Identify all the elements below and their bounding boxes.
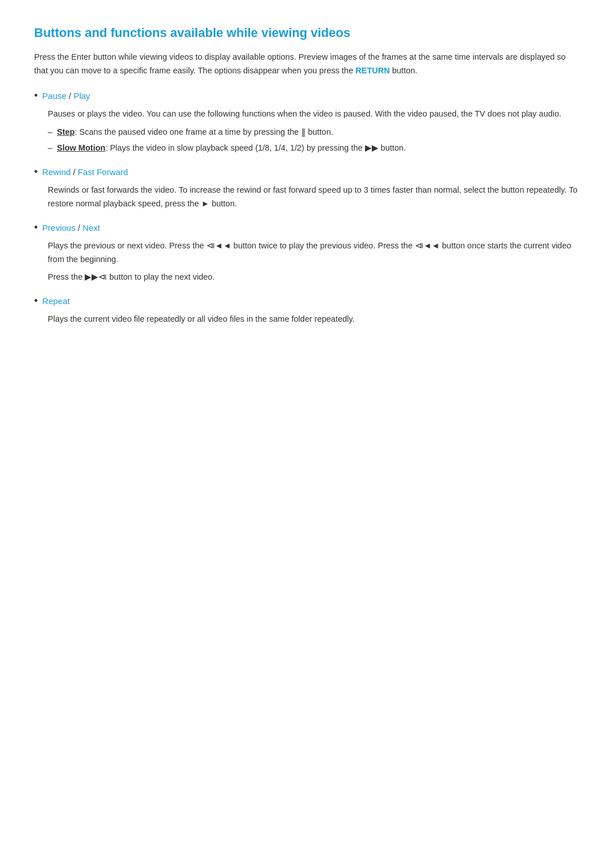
item-title-rewind-fastforward: Rewind / Fast Forward <box>42 165 128 179</box>
list-item-pause-play: •Pause / PlayPauses or plays the video. … <box>34 89 580 155</box>
item-title-repeat: Repeat <box>42 294 69 308</box>
title-part2-previous-next: Next <box>82 223 100 232</box>
title-part1-rewind-fastforward: Rewind <box>42 167 70 177</box>
sub-item-pause-play-1: Slow Motion: Plays the video in slow pla… <box>48 142 580 155</box>
title-part1-previous-next: Previous <box>42 223 75 232</box>
bullet-dot-repeat: • <box>34 294 38 308</box>
return-keyword: RETURN <box>355 66 389 75</box>
intro-paragraph: Press the Enter button while viewing vid… <box>34 51 580 78</box>
title-separator-previous-next: / <box>76 223 83 232</box>
bullet-dot-previous-next: • <box>34 221 38 234</box>
item-description-rewind-fastforward: Rewinds or fast forwards the video. To i… <box>34 184 580 211</box>
extra-para-previous-next: Press the ▶▶⧏ button to play the next vi… <box>34 271 580 284</box>
intro-text-after: button. <box>390 66 417 75</box>
page-title: Buttons and functions available while vi… <box>34 23 580 43</box>
intro-text-before: Press the Enter button while viewing vid… <box>34 52 566 75</box>
item-description-repeat: Plays the current video file repeatedly … <box>34 313 580 326</box>
title-separator-rewind-fastforward: / <box>70 167 78 177</box>
list-item-repeat: •RepeatPlays the current video file repe… <box>34 294 580 326</box>
sub-item-pause-play-0: Step: Scans the paused video one frame a… <box>48 126 580 139</box>
title-part1-repeat: Repeat <box>42 296 69 306</box>
title-part2-pause-play: Play <box>73 91 90 101</box>
title-part1-pause-play: Pause <box>42 91 67 101</box>
item-title-pause-play: Pause / Play <box>42 89 90 103</box>
feature-list: •Pause / PlayPauses or plays the video. … <box>34 89 580 326</box>
title-separator-pause-play: / <box>67 91 74 101</box>
title-part2-rewind-fastforward: Fast Forward <box>78 167 128 177</box>
bullet-dot-rewind-fastforward: • <box>34 165 38 178</box>
item-description-pause-play: Pauses or plays the video. You can use t… <box>34 107 580 121</box>
sub-list-pause-play: Step: Scans the paused video one frame a… <box>34 126 580 155</box>
item-description-previous-next: Plays the previous or next video. Press … <box>34 239 580 267</box>
bullet-dot-pause-play: • <box>34 89 38 102</box>
list-item-rewind-fastforward: •Rewind / Fast ForwardRewinds or fast fo… <box>34 165 580 211</box>
sub-term-pause-play-1: Slow Motion <box>57 143 105 152</box>
list-item-previous-next: •Previous / NextPlays the previous or ne… <box>34 221 580 285</box>
item-title-previous-next: Previous / Next <box>42 221 100 235</box>
sub-term-pause-play-0: Step <box>57 127 74 136</box>
